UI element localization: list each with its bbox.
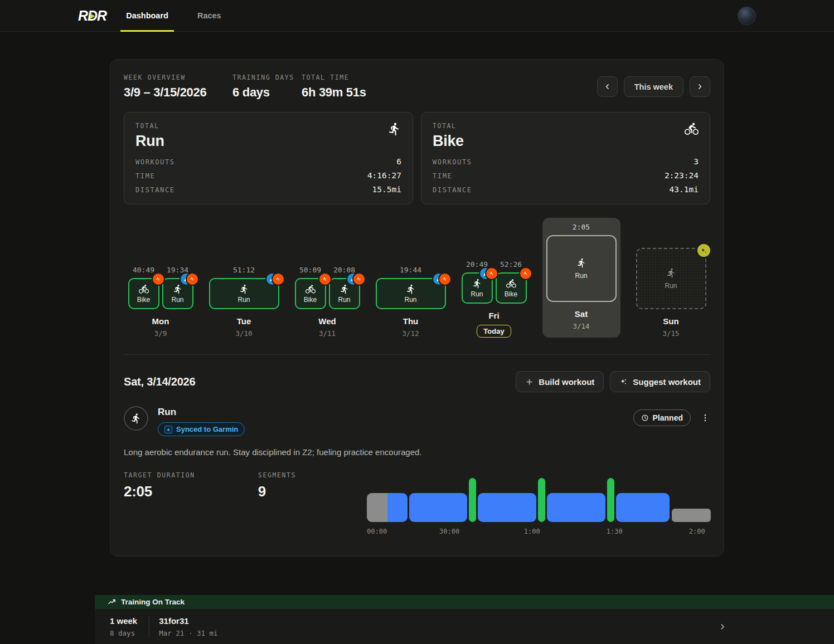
race-name: 31for31	[159, 616, 217, 626]
tab-races[interactable]: Races	[195, 0, 224, 32]
suggest-workout-button[interactable]: Suggest workout	[610, 371, 710, 392]
stat-label: DISTANCE	[135, 186, 175, 194]
workout-duration: 2:05	[573, 223, 590, 231]
day-name: Mon	[152, 316, 169, 326]
upcoming-race-bar[interactable]: 1 week 8 days 31for31 Mar 21 · 31 mi	[95, 609, 834, 644]
total-sport-name: Run	[135, 133, 164, 150]
vertical-divider	[149, 616, 149, 637]
day-name: Wed	[318, 316, 336, 326]
workout-duration: 51:12	[233, 266, 255, 274]
workout-detail-row: Run Synced to Garmin Planned	[124, 406, 710, 436]
race-details-chevron[interactable]	[718, 622, 727, 631]
workout-tile-run[interactable]: Run	[376, 278, 446, 309]
runner-icon	[576, 258, 586, 268]
workout-sport-label: Run	[404, 296, 416, 304]
workout-sport-label: Run	[471, 290, 483, 298]
stat-label: TIME	[135, 172, 155, 180]
segment-warmup	[367, 493, 387, 522]
race-meta: Mar 21 · 31 mi	[159, 629, 217, 637]
segments-axis: 00:0030:001:001:302:00	[367, 528, 714, 536]
this-week-button[interactable]: This week	[624, 76, 683, 97]
day-date: 3/10	[235, 329, 252, 338]
app-logo[interactable]: RDR	[78, 8, 106, 24]
workout-tile-wrap: 20:49Run	[462, 260, 493, 304]
segments-bar	[367, 477, 714, 522]
section-divider	[124, 354, 710, 355]
day-date: 3/11	[319, 329, 336, 338]
workout-menu-button[interactable]	[700, 413, 710, 423]
workout-duration: 40:49	[133, 266, 154, 274]
day-column-thu: 19:44RunThu3/12	[376, 266, 446, 338]
prev-week-button[interactable]	[597, 76, 618, 97]
strava-badge-icon	[187, 274, 198, 285]
workout-tile-run[interactable]: Run	[329, 278, 360, 309]
runner-icon	[406, 284, 416, 294]
planned-status-badge: Planned	[633, 409, 691, 426]
runner-icon	[666, 268, 676, 278]
strava-badge-icon	[353, 274, 365, 285]
workout-segment-chart: 00:0030:001:001:302:00	[367, 477, 714, 536]
day-workouts-row: 19:44Run	[376, 266, 446, 309]
axis-tick-label: 00:00	[367, 528, 387, 535]
stat-label: WORKOUTS	[433, 158, 472, 166]
strava-badge-icon	[319, 274, 331, 285]
workout-tile-run[interactable]: Run	[546, 235, 617, 302]
training-status-banner[interactable]: Training On Track	[95, 595, 834, 609]
day-workouts-row: 20:49Run52:26Bike	[462, 260, 527, 304]
total-time-group: TOTAL TIME 6h 39m 51s	[302, 74, 366, 100]
workout-tile-bike[interactable]: Bike	[496, 272, 527, 304]
workout-tile-bike[interactable]: Bike	[128, 278, 159, 309]
tab-dashboard[interactable]: Dashboard	[123, 0, 171, 32]
bike-icon	[139, 284, 149, 294]
strava-badge-icon	[520, 268, 531, 279]
workout-sport-label: Bike	[304, 296, 317, 304]
workout-tile-run[interactable]: Run	[209, 278, 279, 309]
workout-tile-wrap: 19:34Run	[162, 266, 193, 309]
workout-sport-label: Run	[575, 272, 587, 280]
day-name: Fri	[488, 311, 499, 320]
stat-row: TIME 2:23:24	[433, 171, 699, 180]
segment-steady	[478, 493, 536, 522]
target-duration-group: TARGET DURATION 2:05	[124, 471, 195, 500]
stat-row: WORKOUTS 6	[135, 157, 401, 166]
sparkle-badge-icon	[697, 244, 710, 257]
workout-duration: 19:44	[400, 266, 421, 274]
training-days-group: TRAINING DAYS 6 days	[232, 74, 302, 100]
workout-sport-icon-circle	[124, 406, 148, 431]
day-column-sun: RunSun3/15	[636, 248, 706, 338]
week-overview-group: WEEK OVERVIEW 3/9 – 3/15/2026	[124, 74, 232, 100]
runner-icon	[130, 413, 142, 424]
stat-value: 3	[694, 157, 699, 166]
workout-duration: 20:49	[466, 260, 488, 269]
strava-badge-icon	[153, 274, 164, 285]
sport-totals-row: TOTAL Run WORKOUTS 6 TIME 4:16:27 DISTAN…	[124, 112, 710, 204]
workout-duration: 19:34	[167, 266, 188, 274]
selected-day-title: Sat, 3/14/2026	[124, 375, 195, 388]
build-workout-button[interactable]: Build workout	[516, 371, 604, 392]
day-workouts-row: 50:09Bike20:08Run	[295, 266, 360, 309]
workout-tile-run[interactable]: Run	[636, 248, 706, 309]
workout-sport-label: Run	[171, 296, 183, 304]
workout-tile-bike[interactable]: Bike	[295, 278, 326, 309]
workout-tile-wrap: 52:26Bike	[496, 260, 527, 304]
segment-steady	[616, 493, 670, 522]
user-avatar[interactable]	[738, 7, 756, 25]
race-countdown-days: 8 days	[110, 629, 137, 637]
workout-tile-run[interactable]: Run	[462, 272, 493, 304]
workout-duration: 50:09	[299, 266, 321, 274]
workout-description: Long aerobic endurance run. Stay discipl…	[124, 447, 710, 457]
race-info-group: 31for31 Mar 21 · 31 mi	[159, 616, 217, 637]
week-overview-label: WEEK OVERVIEW	[124, 74, 232, 81]
stat-value: 43.1mi	[670, 185, 699, 194]
total-time-value: 6h 39m 51s	[302, 85, 366, 100]
day-date: 3/15	[662, 329, 679, 338]
week-strip: 40:49Bike19:34RunMon3/951:12RunTue3/1050…	[124, 218, 710, 338]
day-column-tue: 51:12RunTue3/10	[209, 266, 279, 338]
workout-tile-run[interactable]: Run	[162, 278, 193, 309]
day-column-mon: 40:49Bike19:34RunMon3/9	[128, 266, 193, 338]
next-week-button[interactable]	[690, 76, 710, 97]
stat-label: WORKOUTS	[135, 158, 175, 166]
stat-row: TIME 4:16:27	[135, 171, 401, 180]
day-name: Thu	[403, 316, 419, 326]
trending-up-icon	[108, 598, 116, 606]
